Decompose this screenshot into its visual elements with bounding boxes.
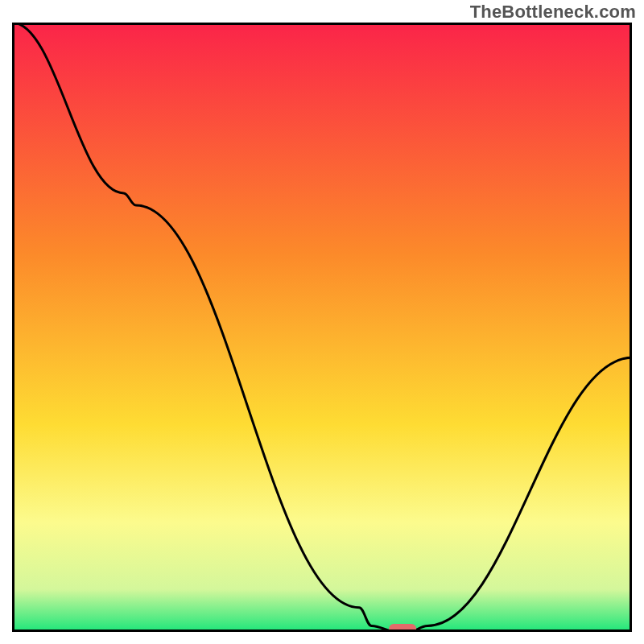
watermark-text: TheBottleneck.com xyxy=(470,2,636,23)
chart-svg xyxy=(12,23,632,632)
chart-container: TheBottleneck.com xyxy=(0,0,644,644)
plot-background xyxy=(12,23,632,632)
plot-area xyxy=(12,23,632,632)
